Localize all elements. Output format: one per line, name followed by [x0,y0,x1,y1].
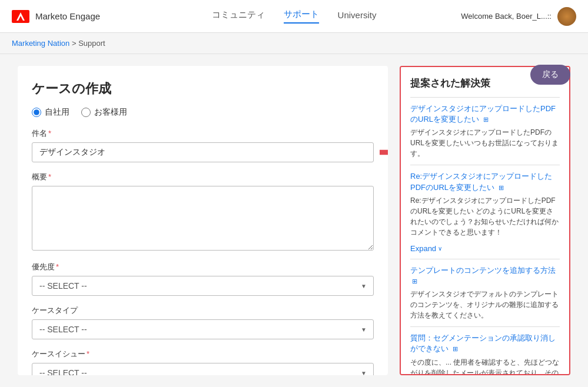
subject-input-wrapper [32,142,374,162]
header-left: Marketo Engage [12,10,100,23]
case-issue-label: ケースイシュー* [32,349,374,359]
case-issue-select[interactable]: -- SELECT -- [32,363,374,375]
summary-input[interactable] [32,186,374,251]
radio-customer[interactable]: お客様用 [81,107,127,118]
breadcrumb-home[interactable]: Marketing Nation [12,39,69,48]
welcome-text: Welcome Back, Boer_L...:: [461,12,552,21]
chevron-down-icon: ∨ [438,245,442,252]
suggestion-icon-3: ⊞ [412,278,417,285]
nav-support[interactable]: サポート [284,9,319,24]
expand-link[interactable]: Expand ∨ [410,244,442,253]
nav-university[interactable]: University [338,10,377,22]
suggestion-item-4: 質問：セグメンテーションの承認取り消しができない ⊞ その度に、... 使用者を… [410,333,560,375]
priority-select-wrapper: -- SELECT -- [32,276,374,296]
suggestion-snippet-2: Re:デザインスタジオにアップロードしたPDFのURLを変更したい どのようにU… [410,195,560,238]
summary-field: 概要* [32,172,374,252]
case-issue-field: ケースイシュー* -- SELECT -- [32,349,374,375]
radio-customer-input[interactable] [81,108,91,117]
radio-self-label: 自社用 [45,107,69,118]
nav-community[interactable]: コミュニティ [212,9,265,23]
suggestion-icon-4: ⊞ [453,345,458,352]
back-button[interactable]: 戻る [530,65,570,85]
form-title: ケースの作成 [32,80,374,98]
case-type-label: ケースタイプ [32,305,374,316]
suggestion-snippet-1: デザインスタジオにアップロードしたPDFのURLを変更したいいつもお世話になって… [410,127,560,159]
suggestions-divider-4 [410,326,560,327]
subject-label: 件名* [32,128,374,139]
suggestion-link-4[interactable]: 質問：セグメンテーションの承認取り消しができない ⊞ [410,333,556,353]
suggestions-divider-3 [410,259,560,259]
suggestions-panel: 提案された解決策 デザインスタジオにアップロードしたPDFのURLを変更したい … [400,66,570,375]
suggestion-item-3: テンプレートのコンテンツを追加する方法 ⊞ デザインスタジオでデフォルトのテンプ… [410,265,560,321]
summary-label: 概要* [32,172,374,182]
suggestion-item-1: デザインスタジオにアップロードしたPDFのURLを変更したい ⊞ デザインスタジ… [410,104,560,159]
suggestion-snippet-4: その度に、... 使用者を確認すると、先ほどつながりを削除したメールが表示されて… [410,357,560,376]
breadcrumb: Marketing Nation > Support [0,33,588,54]
case-type-field: ケースタイプ -- SELECT -- [32,305,374,339]
suggestions-divider-1 [410,97,560,98]
radio-self-input[interactable] [32,108,41,117]
subject-input[interactable] [32,142,374,162]
suggestion-link-3[interactable]: テンプレートのコンテンツを追加する方法 ⊞ [410,266,556,285]
case-issue-select-wrapper: -- SELECT -- [32,363,374,375]
radio-customer-label: お客様用 [94,107,127,118]
user-avatar[interactable] [557,7,576,26]
adobe-logo-icon [12,10,29,23]
svg-rect-0 [12,10,29,23]
case-type-select[interactable]: -- SELECT -- [32,319,374,339]
radio-group: 自社用 お客様用 [32,107,374,118]
suggestion-item-2: Re:デザインスタジオにアップロードしたPDFのURLを変更したい ⊞ Re:デ… [410,171,560,237]
svg-marker-2 [380,148,388,158]
priority-select[interactable]: -- SELECT -- [32,276,374,296]
priority-field: 優先度* -- SELECT -- [32,262,374,296]
red-arrow-icon [380,146,388,159]
breadcrumb-separator: > [72,39,78,48]
suggestions-divider-2 [410,165,560,165]
brand-name: Marketo Engage [35,11,100,21]
radio-self[interactable]: 自社用 [32,107,69,118]
suggestion-link-1[interactable]: デザインスタジオにアップロードしたPDFのURLを変更したい ⊞ [410,104,556,124]
suggestion-icon-1: ⊞ [483,116,489,123]
main-content: ケースの作成 自社用 お客様用 件名* [0,54,588,387]
breadcrumb-current: Support [78,39,105,48]
header-nav: コミュニティ サポート University [212,9,377,24]
case-type-select-wrapper: -- SELECT -- [32,319,374,339]
suggestion-link-2[interactable]: Re:デザインスタジオにアップロードしたPDFのURLを変更したい ⊞ [410,172,552,191]
red-arrow-annotation [380,146,388,159]
subject-field: 件名* [32,128,374,162]
header: Marketo Engage コミュニティ サポート University We… [0,0,588,33]
header-right: Welcome Back, Boer_L...:: [461,7,576,26]
suggestion-snippet-3: デザインスタジオでデフォルトのテンプレートのコンテンツを、オリジナルの雛形に追加… [410,289,560,321]
priority-label: 優先度* [32,262,374,272]
suggestion-icon-2: ⊞ [499,184,504,191]
form-panel: ケースの作成 自社用 お客様用 件名* [18,66,388,375]
expand-section: Expand ∨ [410,243,560,253]
